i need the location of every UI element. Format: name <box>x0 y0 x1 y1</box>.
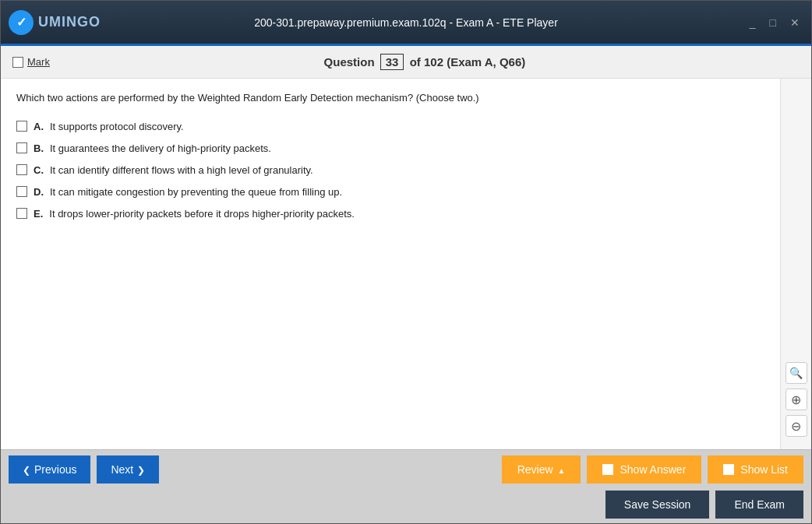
question-text: Which two actions are performed by the W… <box>16 90 764 106</box>
show-list-icon <box>723 464 734 475</box>
option-d-text: It can mitigate congestion by preventing… <box>50 185 342 199</box>
option-b-text: It guarantees the delivery of high-prior… <box>50 142 271 156</box>
option-e: E. It drops lower-priority packets befor… <box>16 207 764 221</box>
review-button[interactable]: Review <box>502 455 581 484</box>
option-e-checkbox[interactable] <box>16 208 27 219</box>
option-a: A. It supports protocol discovery. <box>16 120 764 134</box>
save-session-button[interactable]: Save Session <box>605 491 710 519</box>
zoom-in-icon: ⊕ <box>791 392 801 407</box>
titlebar: ✓ UMINGO 200-301.prepaway.premium.exam.1… <box>1 1 811 44</box>
window-title: 200-301.prepaway.premium.exam.102q - Exa… <box>254 16 558 29</box>
maximize-button[interactable]: □ <box>766 15 780 30</box>
show-answer-button[interactable]: Show Answer <box>587 455 701 484</box>
option-b-label: B. <box>34 142 44 156</box>
option-c-checkbox[interactable] <box>16 164 27 175</box>
logo-text: UMINGO <box>38 14 101 30</box>
previous-button[interactable]: Previous <box>9 455 90 484</box>
search-icon: 🔍 <box>789 367 803 379</box>
mark-area: Mark <box>12 56 50 68</box>
option-b: B. It guarantees the delivery of high-pr… <box>16 142 764 156</box>
option-c-text: It can identify different flows with a h… <box>50 164 313 178</box>
mark-checkbox[interactable] <box>12 57 23 68</box>
right-sidebar: 🔍 ⊕ ⊖ <box>780 79 811 449</box>
search-button[interactable]: 🔍 <box>786 362 807 384</box>
option-b-checkbox[interactable] <box>16 142 27 153</box>
show-answer-icon <box>602 464 613 475</box>
chevron-up-icon <box>558 463 566 476</box>
question-header: Mark Question 33 of 102 (Exam A, Q66) <box>1 46 811 79</box>
bottom-toolbar: Previous Next Review Show Answer Show Li… <box>1 449 811 523</box>
chevron-right-icon <box>137 463 145 476</box>
toolbar-row2: Save Session End Exam <box>1 489 811 523</box>
option-a-text: It supports protocol discovery. <box>50 120 184 134</box>
end-exam-button[interactable]: End Exam <box>715 491 803 519</box>
option-c: C. It can identify different flows with … <box>16 164 764 178</box>
zoom-out-icon: ⊖ <box>791 419 801 434</box>
minimize-button[interactable]: _ <box>746 15 760 30</box>
option-c-label: C. <box>34 164 44 178</box>
window-controls: _ □ ✕ <box>746 15 803 30</box>
next-button[interactable]: Next <box>97 455 159 484</box>
close-button[interactable]: ✕ <box>786 15 803 30</box>
show-list-button[interactable]: Show List <box>708 455 803 484</box>
option-e-label: E. <box>34 207 43 221</box>
logo-area: ✓ UMINGO <box>9 10 101 35</box>
mark-label[interactable]: Mark <box>27 56 50 68</box>
question-suffix: of 102 (Exam A, Q66) <box>410 55 526 69</box>
question-number-area: Question 33 of 102 (Exam A, Q66) <box>50 54 800 70</box>
content-area: Which two actions are performed by the W… <box>1 79 811 449</box>
logo-icon: ✓ <box>9 10 34 35</box>
toolbar-row1: Previous Next Review Show Answer Show Li… <box>1 450 811 489</box>
option-e-text: It drops lower-priority packets before i… <box>49 207 355 221</box>
chevron-left-icon <box>23 463 30 476</box>
question-prefix: Question <box>324 55 375 69</box>
option-d-label: D. <box>34 185 44 199</box>
option-d: D. It can mitigate congestion by prevent… <box>16 185 764 199</box>
option-d-checkbox[interactable] <box>16 186 27 197</box>
option-a-label: A. <box>34 120 44 134</box>
zoom-out-button[interactable]: ⊖ <box>786 415 807 437</box>
main-window: ✓ UMINGO 200-301.prepaway.premium.exam.1… <box>0 0 812 524</box>
option-a-checkbox[interactable] <box>16 121 27 132</box>
question-number-badge: 33 <box>380 54 404 70</box>
question-content: Which two actions are performed by the W… <box>1 79 780 449</box>
zoom-in-button[interactable]: ⊕ <box>786 389 807 410</box>
